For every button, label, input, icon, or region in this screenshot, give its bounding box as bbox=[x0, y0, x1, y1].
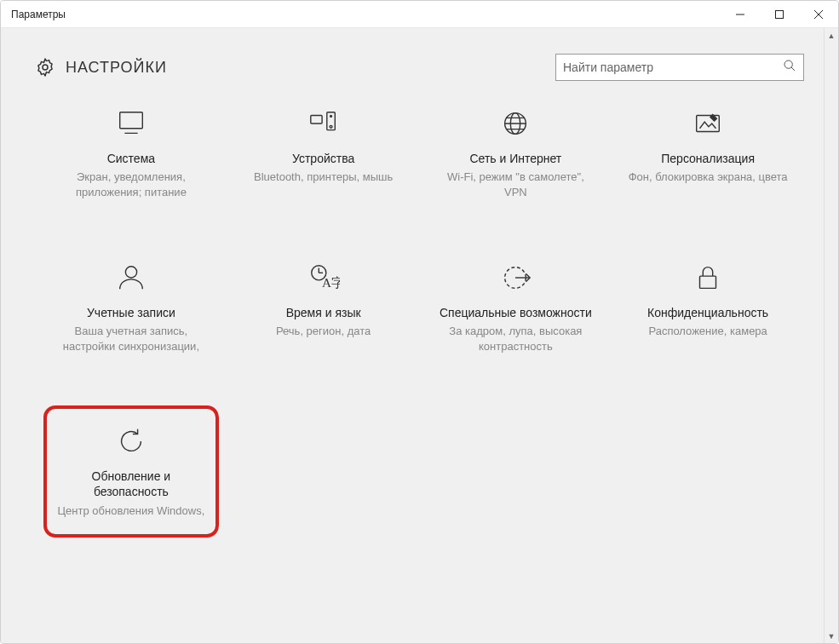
svg-point-19 bbox=[125, 266, 136, 277]
globe-icon bbox=[498, 106, 532, 141]
settings-window: Параметры НАСТРОЙКИ bbox=[0, 0, 839, 644]
tile-title: Устройства bbox=[292, 151, 354, 166]
scroll-down-arrow[interactable]: ▼ bbox=[825, 629, 838, 643]
tile-title: Обновление и безопасность bbox=[54, 469, 209, 499]
settings-grid: Система Экран, уведомления, приложения; … bbox=[35, 98, 804, 538]
tile-desc: Речь, регион, дата bbox=[276, 324, 371, 339]
tile-title: Персонализация bbox=[661, 151, 755, 166]
svg-text:A字: A字 bbox=[322, 275, 340, 290]
maximize-button[interactable] bbox=[760, 1, 799, 27]
update-icon bbox=[114, 424, 148, 458]
svg-point-4 bbox=[43, 65, 48, 70]
tile-title: Сеть и Интернет bbox=[469, 151, 561, 166]
tile-title: Специальные возможности bbox=[440, 305, 592, 320]
tile-ease-of-access[interactable]: Специальные возможности За кадром, лупа,… bbox=[428, 252, 604, 364]
tile-time-language[interactable]: A字 Время и язык Речь, регион, дата bbox=[236, 252, 411, 364]
search-icon bbox=[783, 59, 796, 76]
tile-title: Система bbox=[107, 151, 155, 166]
titlebar: Параметры bbox=[1, 1, 838, 28]
tile-accounts[interactable]: Учетные записи Ваша учетная запись, наст… bbox=[43, 252, 219, 364]
paint-icon bbox=[691, 106, 725, 141]
search-box[interactable] bbox=[555, 54, 804, 81]
svg-rect-26 bbox=[700, 276, 716, 288]
tile-desc: Экран, уведомления, приложения; питание bbox=[50, 170, 212, 200]
tile-system[interactable]: Система Экран, уведомления, приложения; … bbox=[43, 98, 219, 210]
scrollbar[interactable]: ▲ ▼ bbox=[824, 28, 838, 643]
window-controls bbox=[721, 1, 838, 27]
tile-title: Конфиденциальность bbox=[647, 305, 768, 320]
tile-personalization[interactable]: Персонализация Фон, блокировка экрана, ц… bbox=[620, 98, 796, 210]
svg-point-12 bbox=[330, 116, 331, 118]
scroll-up-arrow[interactable]: ▲ bbox=[825, 28, 838, 43]
minimize-button[interactable] bbox=[721, 1, 760, 27]
tile-desc: Wi-Fi, режим "в самолете", VPN bbox=[435, 170, 597, 200]
ease-icon bbox=[498, 261, 532, 295]
svg-rect-1 bbox=[776, 10, 784, 18]
svg-point-11 bbox=[330, 125, 332, 128]
svg-line-6 bbox=[791, 67, 795, 71]
tile-network[interactable]: Сеть и Интернет Wi-Fi, режим "в самолете… bbox=[428, 98, 604, 210]
time-language-icon: A字 bbox=[307, 261, 341, 295]
page-title: НАСТРОЙКИ bbox=[66, 59, 167, 77]
close-button[interactable] bbox=[799, 1, 838, 27]
tile-privacy[interactable]: Конфиденциальность Расположение, камера bbox=[620, 252, 796, 364]
header-row: НАСТРОЙКИ bbox=[35, 54, 804, 81]
display-icon bbox=[114, 106, 148, 141]
lock-icon bbox=[691, 261, 725, 295]
person-icon bbox=[114, 261, 148, 295]
window-title: Параметры bbox=[11, 9, 66, 20]
tile-title: Учетные записи bbox=[87, 305, 175, 320]
tile-devices[interactable]: Устройства Bluetooth, принтеры, мышь bbox=[236, 98, 411, 210]
gear-icon bbox=[35, 57, 55, 78]
tile-desc: Фон, блокировка экрана, цвета bbox=[629, 170, 788, 185]
svg-rect-9 bbox=[310, 116, 321, 124]
search-input[interactable] bbox=[563, 60, 776, 74]
tile-desc: Bluetooth, принтеры, мышь bbox=[254, 170, 393, 185]
tile-desc: Ваша учетная запись, настройки синхрониз… bbox=[50, 324, 212, 354]
header-left: НАСТРОЙКИ bbox=[35, 57, 167, 78]
tile-title: Время и язык bbox=[286, 305, 361, 320]
tile-update-security[interactable]: Обновление и безопасность Центр обновлен… bbox=[43, 405, 219, 538]
tile-desc: Расположение, камера bbox=[648, 324, 767, 339]
content-area: НАСТРОЙКИ Система Экран, уведомления, пр… bbox=[1, 28, 838, 643]
svg-point-5 bbox=[784, 60, 792, 68]
tile-desc: Центр обновления Windows, bbox=[57, 503, 204, 519]
tile-desc: За кадром, лупа, высокая контрастность bbox=[435, 324, 597, 354]
devices-icon bbox=[307, 106, 341, 141]
svg-rect-7 bbox=[120, 112, 143, 129]
